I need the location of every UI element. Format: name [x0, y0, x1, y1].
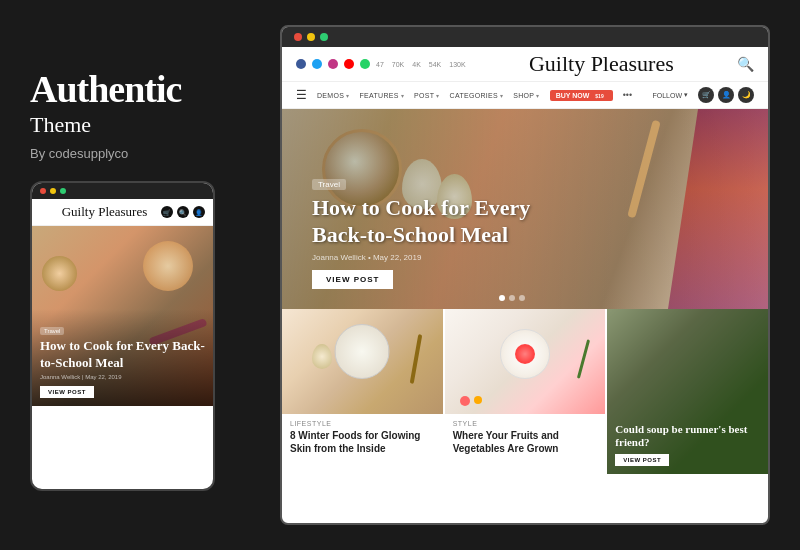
card-2-background: [445, 309, 606, 414]
desktop-card-1: Lifestyle 8 Winter Foods for Glowing Ski…: [282, 309, 445, 474]
nav-item-shop[interactable]: SHOP ▾: [513, 92, 539, 99]
card-2-plate: [500, 329, 550, 379]
card-1-title: 8 Winter Foods for Glowing Skin from the…: [290, 429, 435, 455]
card-3-title: Could soup be runner's best friend?: [615, 423, 768, 449]
mobile-hero-overlay: Travel How to Cook for Every Back-to-Sch…: [32, 309, 213, 407]
desktop-user-icon[interactable]: 👤: [718, 87, 734, 103]
chevron-down-icon: ▾: [684, 91, 688, 99]
hero-pagination-dots: [499, 295, 525, 301]
chevron-down-icon: ▾: [536, 92, 539, 99]
social-counts: 47 70K 4K 54K 130K: [376, 61, 466, 68]
nav-buy-now-button[interactable]: BUY NOW $19: [550, 90, 613, 101]
chevron-down-icon: ▾: [346, 92, 349, 99]
social-links: 47 70K 4K 54K 130K: [296, 59, 466, 69]
close-dot: [40, 188, 46, 194]
mobile-user-icon[interactable]: 👤: [193, 206, 205, 218]
hero-tag: Travel: [312, 179, 346, 190]
desktop-hamburger-icon[interactable]: ☰: [296, 88, 307, 102]
card-1-bowl: [335, 324, 390, 379]
buy-now-badge: $19: [592, 93, 606, 99]
desktop-moon-icon[interactable]: 🌙: [738, 87, 754, 103]
desktop-social-bar: 47 70K 4K 54K 130K Guilty Pleasures 🔍: [282, 47, 768, 82]
twitter-icon[interactable]: [312, 59, 322, 69]
mobile-mockup: ☰ Guilty Pleasures 🛒 🔍 👤 Travel How to C…: [30, 181, 215, 491]
card-1-text: Lifestyle 8 Winter Foods for Glowing Ski…: [282, 414, 443, 461]
desktop-nav: ☰ DEMOS ▾ FEATURES ▾ POST ▾ CATEGORIES ▾…: [282, 82, 768, 109]
card-2-image: [445, 309, 606, 414]
hero-view-post-button[interactable]: VIEW POST: [312, 270, 393, 289]
mobile-search-icon[interactable]: 🔍: [177, 206, 189, 218]
count-1: 47: [376, 61, 384, 68]
nav-item-post[interactable]: POST ▾: [414, 92, 440, 99]
pagination-dot-3[interactable]: [519, 295, 525, 301]
card-3-background: Could soup be runner's best friend? VIEW…: [607, 309, 768, 474]
mobile-nav: ☰ Guilty Pleasures 🛒 🔍 👤: [32, 199, 213, 226]
card-3-content: Could soup be runner's best friend? VIEW…: [615, 423, 768, 466]
mobile-logo: Guilty Pleasures: [62, 204, 148, 220]
hero-content: Travel How to Cook for Every Back-to-Sch…: [312, 173, 532, 289]
card-1-image: [282, 309, 443, 414]
left-panel: Authentic Theme By codesupplyco ☰ Guilty…: [30, 59, 230, 492]
mobile-hero-tag: Travel: [40, 327, 64, 335]
brand-by: By codesupplyco: [30, 146, 230, 161]
brand-subtitle: Theme: [30, 112, 230, 138]
chevron-down-icon: ▾: [436, 92, 439, 99]
desktop-logo: Guilty Pleasures: [466, 51, 737, 77]
desktop-search-icon[interactable]: 🔍: [737, 56, 754, 73]
mobile-view-post-button[interactable]: VIEW POST: [40, 386, 94, 398]
nav-item-demos[interactable]: DEMOS ▾: [317, 92, 349, 99]
desktop-cart-icon[interactable]: 🛒: [698, 87, 714, 103]
desktop-cards-row: Lifestyle 8 Winter Foods for Glowing Ski…: [282, 309, 768, 474]
card-1-background: [282, 309, 443, 414]
mobile-hero-title: How to Cook for Every Back-to-School Mea…: [40, 338, 205, 372]
chevron-down-icon: ▾: [500, 92, 503, 99]
mobile-nav-icons: 🛒 🔍 👤: [161, 206, 205, 218]
nav-item-categories[interactable]: CATEGORIES ▾: [450, 92, 504, 99]
count-5: 130K: [449, 61, 465, 68]
card-3-view-post-button[interactable]: VIEW POST: [615, 454, 669, 466]
orange-icon: [474, 396, 482, 404]
card-2-sprig: [577, 339, 590, 378]
maximize-dot: [320, 33, 328, 41]
desktop-card-3: Could soup be runner's best friend? VIEW…: [607, 309, 768, 474]
youtube-icon[interactable]: [344, 59, 354, 69]
mobile-hamburger-icon[interactable]: ☰: [40, 207, 48, 217]
minimize-dot: [50, 188, 56, 194]
card-1-egg: [312, 344, 332, 369]
card-1-spoon: [409, 334, 422, 384]
pagination-dot-2[interactable]: [509, 295, 515, 301]
nav-more-icon[interactable]: •••: [623, 90, 632, 100]
brand-title: Authentic: [30, 69, 230, 111]
chevron-down-icon: ▾: [401, 92, 404, 99]
desktop-cart-icons: 🛒 👤 🌙: [698, 87, 754, 103]
card-2-food-items: [460, 396, 482, 406]
count-4: 54K: [429, 61, 441, 68]
facebook-icon[interactable]: [296, 59, 306, 69]
instagram-icon[interactable]: [328, 59, 338, 69]
card-2-title: Where Your Fruits and Vegetables Are Gro…: [453, 429, 598, 455]
nav-item-features[interactable]: FEATURES ▾: [359, 92, 404, 99]
card-2-tag: Style: [453, 420, 598, 427]
desktop-hero: Travel How to Cook for Every Back-to-Sch…: [282, 109, 768, 309]
food-decoration-2: [42, 256, 77, 291]
mobile-hero-meta: Joanna Wellick | May 22, 2019: [40, 374, 205, 380]
tomato-icon: [460, 396, 470, 406]
mobile-window-controls: [32, 183, 213, 199]
mobile-hero-background: Travel How to Cook for Every Back-to-Sch…: [32, 226, 213, 406]
hero-meta: Joanna Wellick • May 22, 2019: [312, 253, 532, 262]
mobile-hero: Travel How to Cook for Every Back-to-Sch…: [32, 226, 213, 406]
card-3-image: Could soup be runner's best friend? VIEW…: [607, 309, 768, 474]
count-3: 4K: [412, 61, 421, 68]
card-2-text: Style Where Your Fruits and Vegetables A…: [445, 414, 606, 461]
close-dot: [294, 33, 302, 41]
count-2: 70K: [392, 61, 404, 68]
pagination-dot-1[interactable]: [499, 295, 505, 301]
desktop-window-controls: [282, 27, 768, 47]
food-decoration-1: [143, 241, 193, 291]
whatsapp-icon[interactable]: [360, 59, 370, 69]
maximize-dot: [60, 188, 66, 194]
nav-follow-button[interactable]: FOLLOW ▾: [652, 91, 688, 99]
mobile-cart-icon[interactable]: 🛒: [161, 206, 173, 218]
desktop-card-2: Style Where Your Fruits and Vegetables A…: [445, 309, 608, 474]
desktop-mockup: 47 70K 4K 54K 130K Guilty Pleasures 🔍 ☰ …: [280, 25, 770, 525]
